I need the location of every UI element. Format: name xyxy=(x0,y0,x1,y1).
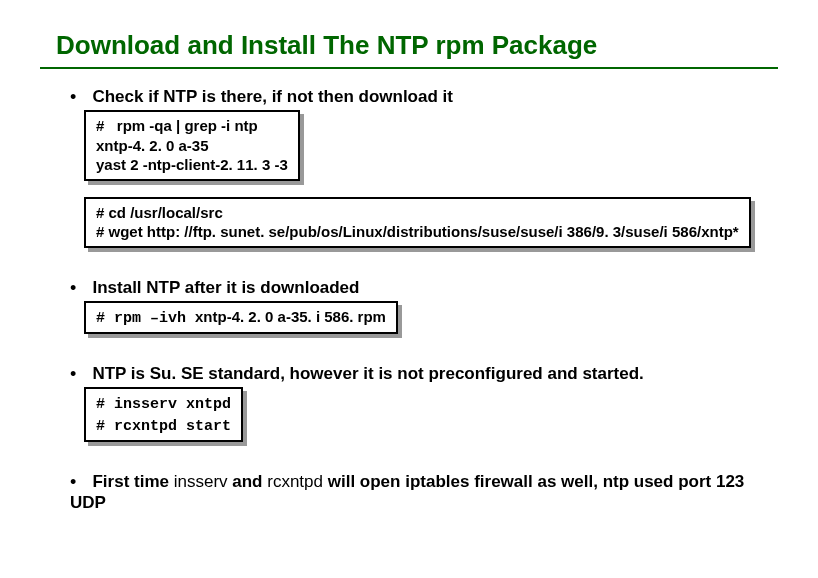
slide-title: Download and Install The NTP rpm Package xyxy=(56,30,778,61)
code-box-wget: # cd /usr/local/src # wget http: //ftp. … xyxy=(84,197,751,248)
code-shadow: # rpm –ivh xntp-4. 2. 0 a-35. i 586. rpm xyxy=(88,305,402,339)
code-shadow: # rpm -qa | grep -i ntp xntp-4. 2. 0 a-3… xyxy=(88,114,304,185)
code-shadow: # cd /usr/local/src # wget http: //ftp. … xyxy=(88,201,755,252)
bullet-item-3: NTP is Su. SE standard, however it is no… xyxy=(70,364,778,456)
bullet-list: Check if NTP is there, if not then downl… xyxy=(70,87,778,513)
bullet-text-3: NTP is Su. SE standard, however it is no… xyxy=(92,364,643,383)
bullet-text-2: Install NTP after it is downloaded xyxy=(92,278,359,297)
title-underline xyxy=(40,67,778,69)
text-part: rcxntpd xyxy=(267,472,327,491)
code-shadow: # insserv xntpd # rcxntpd start xyxy=(88,391,247,446)
text-part: and xyxy=(232,472,267,491)
bullet-text-1: Check if NTP is there, if not then downl… xyxy=(92,87,453,106)
bullet-item-1: Check if NTP is there, if not then downl… xyxy=(70,87,778,262)
bullet-text-4: First time insserv and rcxntpd will open… xyxy=(70,472,744,512)
code-box-install: # rpm –ivh xntp-4. 2. 0 a-35. i 586. rpm xyxy=(84,301,398,335)
code-mono: # rpm –ivh xyxy=(96,310,195,327)
bullet-item-2: Install NTP after it is downloaded # rpm… xyxy=(70,278,778,349)
text-part: First time xyxy=(92,472,173,491)
code-text: xntp-4. 2. 0 a-35. i 586. rpm xyxy=(195,308,386,325)
text-part: insserv xyxy=(174,472,233,491)
code-mono: # insserv xntpd # rcxntpd start xyxy=(96,396,231,435)
code-box-check-ntp: # rpm -qa | grep -i ntp xntp-4. 2. 0 a-3… xyxy=(84,110,300,181)
bullet-item-4: First time insserv and rcxntpd will open… xyxy=(70,472,778,513)
code-box-insserv: # insserv xntpd # rcxntpd start xyxy=(84,387,243,442)
